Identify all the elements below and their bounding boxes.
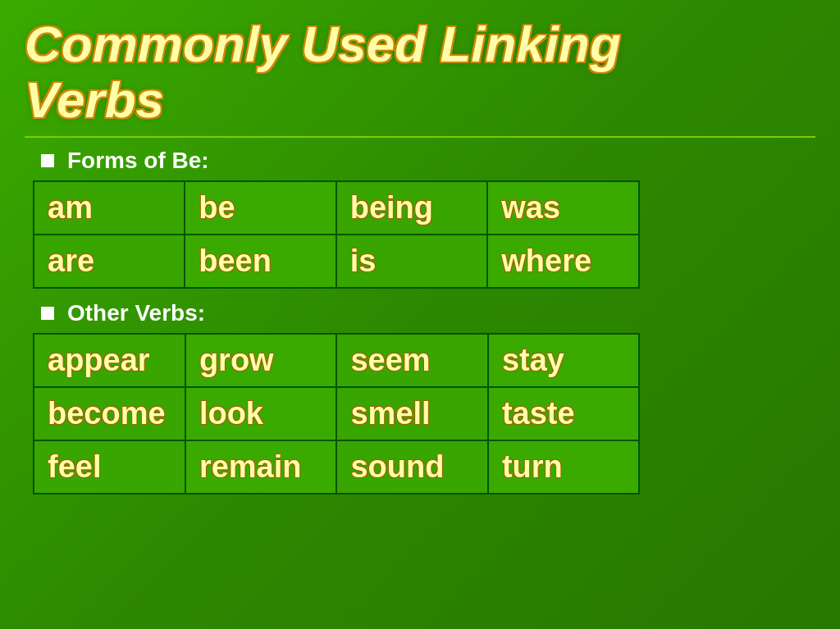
other-verbs-label: Other Verbs:	[41, 300, 815, 326]
table-cell: grow	[185, 334, 337, 387]
divider	[25, 136, 815, 138]
table-cell: was	[487, 181, 639, 235]
table-row: feel remain sound turn	[34, 440, 639, 494]
table-row: am be being was	[34, 181, 639, 235]
table-cell: being	[336, 181, 488, 235]
table-cell: be	[185, 181, 336, 235]
title-line2: Verbs	[25, 71, 164, 128]
bullet-icon	[41, 307, 54, 320]
bullet-icon	[41, 154, 54, 167]
table-cell: seem	[336, 334, 487, 387]
table-cell: appear	[34, 334, 185, 387]
table-row: become look smell taste	[34, 387, 639, 440]
table-cell: remain	[185, 440, 337, 494]
table-cell: taste	[488, 387, 639, 440]
title-line1: Commonly Used Linking	[25, 16, 621, 72]
forms-of-be-text: Forms of Be:	[67, 148, 209, 174]
table-cell: been	[185, 235, 336, 288]
table-cell: is	[336, 235, 488, 288]
table-cell: turn	[488, 440, 639, 494]
other-verbs-table: appear grow seem stay become look smell …	[33, 333, 640, 495]
forms-of-be-table: am be being was are been is where	[33, 180, 640, 289]
other-verbs-text: Other Verbs:	[67, 300, 205, 326]
page-container: Commonly Used Linking Verbs Forms of Be:…	[0, 0, 840, 629]
table-cell: are	[34, 235, 185, 288]
table-cell: stay	[488, 334, 639, 387]
forms-of-be-label: Forms of Be:	[41, 148, 815, 174]
table-cell: am	[34, 181, 185, 235]
table-row: are been is where	[34, 235, 639, 288]
table-cell: sound	[336, 440, 487, 494]
table-cell: look	[185, 387, 337, 440]
table-cell: feel	[34, 440, 185, 494]
table-cell: smell	[336, 387, 487, 440]
table-cell: become	[34, 387, 185, 440]
table-cell: where	[487, 235, 639, 288]
page-title: Commonly Used Linking Verbs	[25, 16, 815, 128]
table-row: appear grow seem stay	[34, 334, 639, 387]
